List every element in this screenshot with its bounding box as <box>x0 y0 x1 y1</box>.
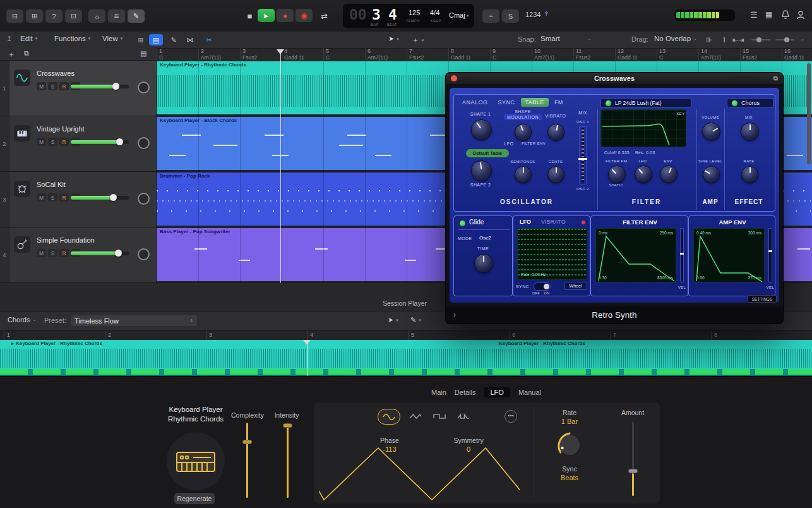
lfo-rate-value[interactable]: 1.00 Hz <box>532 272 546 277</box>
waveform-pulse-button[interactable] <box>453 409 474 423</box>
library-panel-icon[interactable]: ⊟ <box>6 9 23 23</box>
complexity-slider-handle[interactable] <box>242 440 252 444</box>
filter-env-knob[interactable] <box>660 166 678 183</box>
solo-mode-icon[interactable]: S <box>502 9 519 23</box>
record-enable-button[interactable]: R <box>59 82 69 90</box>
toolbar-overflow-chevron-icon[interactable]: ⌄ <box>801 37 804 42</box>
track-name[interactable]: SoCal Kit <box>37 181 66 188</box>
tab-table[interactable]: TABLE <box>521 98 549 107</box>
track-header-vintage-upright[interactable]: 2 Vintage Upright M S R I <box>0 116 157 171</box>
tab-main[interactable]: Main <box>431 389 446 396</box>
auto-zoom-icon[interactable]: Ⅰ <box>717 34 731 45</box>
volume-knob[interactable] <box>702 123 720 141</box>
functions-menu[interactable]: Functions▾ <box>54 35 90 42</box>
intensity-slider-handle[interactable] <box>283 423 292 428</box>
bar-ruler[interactable]: 12345678910111213141516 CAm7(11)Fsus2Gad… <box>157 48 812 61</box>
aenv-decay-value[interactable]: 300 ms <box>748 231 761 235</box>
waveform-triangle-button[interactable] <box>405 409 426 423</box>
link-window-icon[interactable]: ⧉ <box>773 73 778 84</box>
lfo-sync-toggle[interactable] <box>534 282 551 291</box>
plugin-titlebar[interactable]: Crosswaves ⧉ <box>446 73 783 84</box>
glide-mode-value[interactable]: Osc2 <box>479 235 491 241</box>
aenv-vel-slider[interactable] <box>768 228 772 282</box>
glide-time-knob[interactable] <box>474 254 493 273</box>
stop-button[interactable]: ■ <box>241 9 258 23</box>
vibrato-tab[interactable]: VIBRATO <box>541 219 566 225</box>
flex-tool-icon[interactable]: ✂ <box>202 34 216 45</box>
tab-lfo[interactable]: LFO <box>484 387 510 397</box>
record-enable-button[interactable]: R <box>59 249 69 257</box>
amp-env-display[interactable]: 0.40 ms 300 ms 0.00 270 ms <box>693 228 765 282</box>
vibrato-knob[interactable] <box>547 124 564 141</box>
record-enable-button[interactable]: R <box>59 193 69 202</box>
tab-analog[interactable]: ANALOG <box>458 98 493 107</box>
nudge-up-icon[interactable]: ↥ <box>6 35 12 43</box>
preset-dropdown[interactable]: Timeless Flow⇕ <box>71 315 197 326</box>
fx-mix-knob[interactable] <box>741 123 759 141</box>
plugin-window-retro-synth[interactable]: Crosswaves ⧉ ANALOG SYNC TABLE FM LP 24d… <box>446 73 783 324</box>
track-header-simple-foundation[interactable]: 4 Simple Foundation M S R I <box>0 227 157 282</box>
filter-fm-knob[interactable] <box>608 166 626 183</box>
shape1-knob[interactable] <box>471 119 492 140</box>
sine-level-knob[interactable] <box>703 166 720 183</box>
cycle-button[interactable]: ⇄ <box>316 9 333 23</box>
low-latency-icon[interactable]: ⌁ <box>482 9 499 23</box>
glide-power-icon[interactable] <box>459 220 466 227</box>
pencil-tool-icon[interactable]: ✎ <box>167 34 181 45</box>
waveform-sine-button[interactable] <box>378 409 400 425</box>
volume-slider[interactable] <box>71 85 129 88</box>
mixer-icon[interactable]: ≋ <box>108 9 125 23</box>
inspector-panel-icon[interactable]: ⊞ <box>26 9 43 23</box>
share-user-icon[interactable] <box>796 9 806 21</box>
solo-button[interactable]: S <box>48 138 57 146</box>
volume-slider[interactable] <box>71 140 129 144</box>
solo-button[interactable]: S <box>48 82 57 90</box>
editor-bar-ruler[interactable]: 12345678 <box>0 330 812 341</box>
track-name[interactable]: Vintage Upright <box>37 125 85 133</box>
duplicate-track-icon[interactable]: ⧉ <box>24 49 29 57</box>
rate-value[interactable]: 1 Bar <box>549 418 590 425</box>
disclosure-icon[interactable]: ▸ <box>11 341 14 346</box>
mute-button[interactable]: M <box>37 193 46 202</box>
h-zoom-slider[interactable] <box>751 39 770 40</box>
tab-details[interactable]: Details <box>455 389 476 396</box>
solo-button[interactable]: S <box>48 193 57 202</box>
apple-loops-icon[interactable]: ▦ <box>765 10 772 19</box>
secondary-tool-selector[interactable]: ＋▾ <box>412 35 424 45</box>
list-editors-icon[interactable]: ☰ <box>750 10 758 20</box>
regenerate-button[interactable]: Regenerate <box>174 493 215 504</box>
editor-pencil-tool[interactable]: ✎▾ <box>410 316 421 324</box>
chorus-dropdown[interactable]: Chorus <box>727 98 773 108</box>
filter-env-display[interactable]: 0 ms 250 ms 0.30 8500 ms <box>595 228 676 282</box>
default-table-badge[interactable]: Default Table <box>466 149 509 157</box>
track-header-socal-kit[interactable]: 3 SoCal Kit M S R I <box>0 172 157 227</box>
filter-power-icon[interactable] <box>605 100 612 107</box>
edit-menu[interactable]: Edit▾ <box>20 35 37 42</box>
more-options-icon[interactable]: ••• <box>505 410 517 423</box>
snap-dropdown[interactable]: Smart⌄ <box>540 35 591 42</box>
waveform-square-button[interactable] <box>429 409 450 423</box>
record-enable-button[interactable]: R <box>59 138 69 146</box>
rate-knob[interactable] <box>555 430 584 459</box>
volume-slider[interactable] <box>71 196 129 200</box>
grid-view-icon[interactable]: ⊞ <box>134 34 148 45</box>
lcd-display[interactable]: 00 3 4 BAR BEAT 125 TEMPO 4/4 KEEP Cmaj … <box>343 4 474 28</box>
pan-knob[interactable] <box>138 137 150 149</box>
pan-knob[interactable] <box>138 248 150 260</box>
aenv-release-value[interactable]: 270 ms <box>748 275 761 280</box>
shape-mod-knob[interactable] <box>515 124 532 141</box>
complexity-slider[interactable] <box>246 423 248 498</box>
playhead[interactable] <box>280 49 281 283</box>
lfo-wave-display[interactable]: Rate: 1.00 Hz <box>517 228 587 280</box>
track-name[interactable]: Simple Foundation <box>37 236 95 244</box>
plugin-disclosure-icon[interactable]: › <box>453 306 456 324</box>
editor-playhead-marker[interactable] <box>303 340 311 345</box>
volume-slider[interactable] <box>71 251 129 255</box>
add-track-icon[interactable]: ＋ <box>8 49 15 60</box>
fenv-vel-slider[interactable] <box>680 228 684 282</box>
tab-sync[interactable]: SYNC <box>494 98 520 107</box>
record-button[interactable]: ● <box>277 9 294 22</box>
chorus-power-icon[interactable] <box>731 100 738 107</box>
fenv-attack-value[interactable]: 0 ms <box>599 231 607 235</box>
mute-button[interactable]: M <box>37 82 46 90</box>
